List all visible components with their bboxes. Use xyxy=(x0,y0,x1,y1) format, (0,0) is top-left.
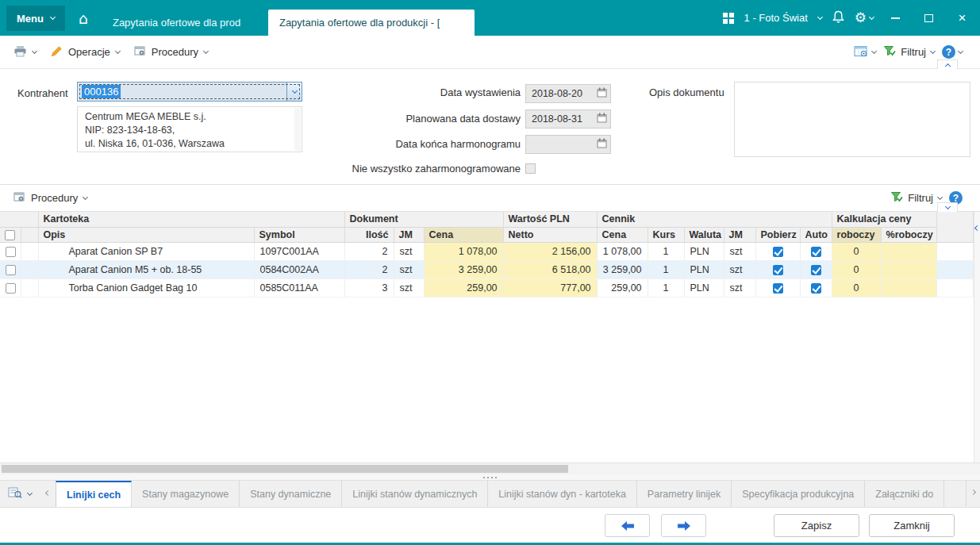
cell-kurs[interactable]: 1 xyxy=(648,242,684,260)
tab-linijki-cech[interactable]: Linijki cech xyxy=(56,481,132,507)
next-record-button[interactable] xyxy=(661,514,706,537)
row-checkbox[interactable] xyxy=(6,247,16,257)
panel-splitter[interactable] xyxy=(0,474,980,481)
pobierz-checkbox[interactable] xyxy=(773,283,783,294)
calendar-icon[interactable] xyxy=(597,138,607,151)
col-cena-cennik[interactable]: Cena xyxy=(597,227,648,242)
opis-dokumentu-textarea[interactable] xyxy=(734,82,970,157)
filtruj-button-grid[interactable]: Filtruj xyxy=(890,191,942,205)
tab-stany-dynamiczne[interactable]: Stany dynamiczne xyxy=(240,481,342,507)
cell-jm-cennik[interactable]: szt xyxy=(724,278,755,297)
calendar-icon[interactable] xyxy=(597,113,607,125)
cell-opis[interactable]: Torba Canion Gadget Bag 10 xyxy=(38,278,254,297)
horizontal-scrollbar[interactable] xyxy=(0,462,980,474)
collapse-grid-panel-button[interactable] xyxy=(937,202,958,212)
tabs-scroll-left-button[interactable] xyxy=(40,481,56,507)
pobierz-checkbox[interactable] xyxy=(773,247,783,257)
cell-cena-cennik[interactable]: 1 078,00 xyxy=(597,242,648,260)
tab-view-button[interactable] xyxy=(0,481,40,507)
window-tab-inactive[interactable]: Zapytania ofertowe dla prod xyxy=(102,10,268,36)
menu-button[interactable]: Menu xyxy=(6,6,65,31)
col-jm-dok[interactable]: JM xyxy=(394,227,424,242)
cell-opis[interactable]: Aparat Canion SP B7 xyxy=(38,242,254,260)
group-cennik[interactable]: Cennik xyxy=(597,212,832,227)
row-checkbox[interactable] xyxy=(6,283,16,294)
col-cena-dok[interactable]: Cena xyxy=(424,227,503,242)
procedury-button-grid[interactable]: Procedury xyxy=(6,187,94,209)
kontrahent-combo[interactable]: 000136 xyxy=(77,82,302,102)
minimize-button[interactable] xyxy=(884,0,907,36)
col-kurs[interactable]: Kurs xyxy=(648,227,684,242)
cell-jm-cennik[interactable]: szt xyxy=(724,260,755,278)
col-roboczy[interactable]: roboczy xyxy=(832,227,881,242)
cell-jm-dok[interactable]: szt xyxy=(394,260,424,278)
cell-symbol[interactable]: 1097C001AA xyxy=(254,242,344,260)
col-netto[interactable]: Netto xyxy=(503,227,597,242)
select-all-checkbox[interactable] xyxy=(5,230,15,240)
save-button[interactable]: Zapisz xyxy=(774,514,859,537)
address-scrollbar[interactable] xyxy=(294,108,301,151)
cell-opis[interactable]: Aparat Canion M5 + ob. 18-55 xyxy=(38,260,254,278)
apps-grid-icon[interactable] xyxy=(723,13,734,24)
data-konca-field[interactable] xyxy=(525,135,611,154)
cell-cena-cennik[interactable]: 3 259,00 xyxy=(597,260,648,278)
group-kartoteka[interactable]: Kartoteka xyxy=(38,212,344,227)
cell-cena-dok[interactable]: 259,00 xyxy=(424,278,503,297)
tab-specyfikacja-produkcyjna[interactable]: Specyfikacja produkcyjna xyxy=(732,481,865,507)
combo-dropdown-button[interactable] xyxy=(286,83,302,101)
col-symbol[interactable]: Symbol xyxy=(254,227,344,242)
col-opis[interactable]: Opis xyxy=(38,227,254,242)
home-button[interactable]: ⌂ xyxy=(65,0,102,36)
cell-procent-roboczy[interactable] xyxy=(881,242,936,260)
cell-procent-roboczy[interactable] xyxy=(881,278,936,297)
data-wystawienia-field[interactable]: 2018-08-20 xyxy=(525,84,611,103)
cell-roboczy[interactable]: 0 xyxy=(832,260,881,278)
right-panel-splitter[interactable] xyxy=(974,212,980,462)
cell-waluta[interactable]: PLN xyxy=(684,242,724,260)
cell-cena-dok[interactable]: 3 259,00 xyxy=(424,260,503,278)
operacje-button[interactable]: Operacje xyxy=(44,41,127,63)
planowana-data-field[interactable]: 2018-08-31 xyxy=(525,109,611,129)
auto-checkbox[interactable] xyxy=(811,247,821,257)
pobierz-checkbox[interactable] xyxy=(773,265,783,275)
table-row[interactable]: Aparat Canion SP B7 1097C001AA 2 szt 1 0… xyxy=(0,242,974,260)
cell-netto[interactable]: 777,00 xyxy=(503,278,597,297)
cell-ilosc[interactable]: 2 xyxy=(344,242,394,260)
group-kalkulacja[interactable]: Kalkulacja ceny xyxy=(832,212,936,227)
company-name[interactable]: 1 - Foto Świat xyxy=(744,12,808,24)
tabs-scroll-right-button[interactable] xyxy=(966,481,980,506)
tab-linijki-stanow-dynamicznych[interactable]: Linijki stanów dynamicznych xyxy=(342,481,488,507)
col-jm-cennik[interactable]: JM xyxy=(724,227,755,242)
collapse-panel-button[interactable] xyxy=(937,59,958,69)
cell-waluta[interactable]: PLN xyxy=(684,278,724,297)
procedury-button[interactable]: Procedury xyxy=(127,41,215,63)
group-wartosc-pln[interactable]: Wartość PLN xyxy=(503,212,597,227)
auto-checkbox[interactable] xyxy=(811,265,821,275)
table-row[interactable]: Torba Canion Gadget Bag 10 0585C011AA 3 … xyxy=(0,278,974,297)
cell-ilosc[interactable]: 2 xyxy=(344,260,394,278)
col-ilosc[interactable]: Ilość xyxy=(344,227,394,242)
cell-netto[interactable]: 6 518,00 xyxy=(503,260,597,278)
help-button[interactable]: ? xyxy=(942,45,963,59)
tab-linijki-stanow-dyn-kartoteka[interactable]: Linijki stanów dyn - kartoteka xyxy=(488,481,637,507)
col-auto[interactable]: Auto xyxy=(800,227,832,242)
tab-zalaczniki[interactable]: Załączniki do xyxy=(865,481,944,507)
col-waluta[interactable]: Waluta xyxy=(684,227,724,242)
cell-jm-cennik[interactable]: szt xyxy=(724,242,755,260)
table-row[interactable]: Aparat Canion M5 + ob. 18-55 0584C002AA … xyxy=(0,260,974,278)
cell-roboczy[interactable]: 0 xyxy=(832,278,881,297)
previous-record-button[interactable] xyxy=(605,514,650,537)
cell-kurs[interactable]: 1 xyxy=(648,278,684,297)
maximize-button[interactable] xyxy=(917,0,940,36)
cell-cena-dok[interactable]: 1 078,00 xyxy=(424,242,503,260)
cell-procent-roboczy[interactable] xyxy=(881,260,936,278)
auto-checkbox[interactable] xyxy=(811,283,821,294)
tab-parametry-linijek[interactable]: Parametry linijek xyxy=(637,481,732,507)
calendar-icon[interactable] xyxy=(597,87,607,100)
cell-symbol[interactable]: 0585C011AA xyxy=(254,278,344,297)
grid-settings-button[interactable] xyxy=(854,45,876,59)
window-tab-active[interactable]: Zapytania ofertowe dla produkcji - [ xyxy=(268,10,475,36)
close-button[interactable]: × xyxy=(951,0,974,36)
filtruj-button[interactable]: Filtruj xyxy=(883,45,935,59)
group-dokument[interactable]: Dokument xyxy=(344,212,503,227)
